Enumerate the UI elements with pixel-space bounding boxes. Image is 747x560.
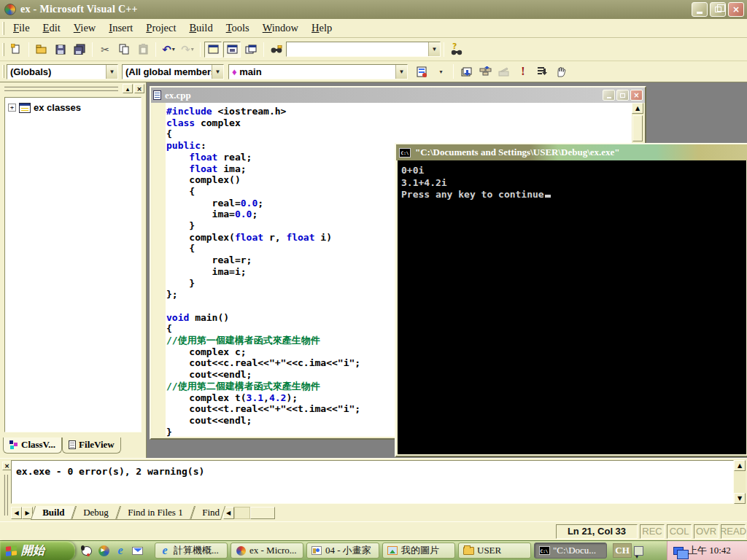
output-content[interactable]: ex.exe - 0 error(s), 2 warning(s) (11, 460, 734, 504)
taskbar-button-ie[interactable]: e計算機概... (155, 542, 228, 559)
workspace-gripper[interactable] (4, 86, 118, 91)
globals-combobox[interactable]: (Globals) ▼ (7, 64, 118, 79)
taskbar-button-label: 我的圖片 (401, 544, 439, 557)
output-scroll-down-button[interactable]: ▼ (734, 493, 746, 504)
standard-toolbar: ✂ ↶▾ ↷▾ ▼ ? (0, 38, 747, 61)
wizard-bar: (Globals) ▼ (All global members) ▼ ♦ mai… (0, 61, 747, 82)
find-in-files-icon[interactable] (268, 42, 285, 58)
editor-restore-button[interactable] (616, 90, 629, 101)
console-output[interactable]: 0+0i3.1+4.2iPress any key to continue (398, 160, 746, 454)
classes-folder-icon (19, 103, 31, 113)
output-gripper[interactable] (4, 475, 8, 516)
restore-button[interactable] (710, 2, 726, 17)
go-icon[interactable] (533, 63, 551, 79)
new-file-icon[interactable] (7, 42, 25, 58)
compile-icon[interactable] (457, 63, 475, 79)
paste-icon[interactable] (134, 42, 152, 58)
start-button[interactable]: 開始 (0, 541, 75, 560)
tree-item-ex-classes[interactable]: + ex classes (8, 102, 138, 113)
wizardbar-gripper[interactable] (2, 65, 4, 78)
system-tray: 上午 10:42 (667, 541, 747, 560)
cut-icon[interactable]: ✂ (96, 42, 114, 58)
scroll-up-button[interactable]: ▲ (632, 103, 643, 114)
taskbar-button-pictures[interactable]: 我的圖片 (382, 542, 455, 559)
taskbar-button-vc[interactable]: ex - Micro... (231, 542, 303, 559)
menu-build[interactable]: Build (182, 20, 219, 36)
open-file-icon[interactable] (33, 42, 50, 58)
menu-project[interactable]: Project (139, 20, 182, 36)
minimize-button[interactable] (692, 2, 708, 17)
workspace-pin-button[interactable]: ▴ (123, 84, 133, 93)
breakpoint-hand-icon[interactable] (552, 63, 570, 79)
members-combobox[interactable]: (All global members) ▼ (122, 64, 224, 79)
output-scroll-up-button[interactable]: ▲ (734, 460, 746, 471)
main-title-bar[interactable]: ex - Microsoft Visual C++ × (0, 0, 747, 19)
menu-edit[interactable]: Edit (36, 20, 67, 36)
taskbar-button-label: 計算機概... (174, 544, 219, 557)
workspace-toggle-icon[interactable] (204, 42, 222, 58)
selection-margin[interactable] (152, 103, 166, 437)
scroll-thumb[interactable] (632, 115, 643, 141)
function-dropdown-button[interactable]: ▼ (395, 65, 407, 79)
toolbar-gripper[interactable] (2, 43, 4, 56)
menu-file[interactable]: File (7, 20, 36, 36)
output-toggle-icon[interactable] (223, 42, 241, 58)
find-combobox[interactable]: ▼ (286, 42, 441, 57)
globals-dropdown-button[interactable]: ▼ (106, 65, 117, 79)
function-diamond-icon: ♦ (232, 66, 237, 77)
menu-help[interactable]: Help (305, 20, 338, 36)
taskbar-button-console[interactable]: C:\"C:\Docu... (534, 542, 607, 559)
media-player-icon[interactable] (97, 544, 110, 557)
taskbar-button-label: ex - Micro... (249, 545, 297, 556)
dog-character-icon[interactable] (80, 544, 93, 557)
language-indicator[interactable]: CH (613, 543, 632, 558)
workspace-close-button[interactable]: × (134, 84, 144, 93)
output-vertical-scrollbar[interactable]: ▲ ▼ (734, 460, 746, 504)
undo-icon[interactable]: ↶▾ (160, 42, 177, 58)
copy-icon[interactable] (115, 42, 133, 58)
save-icon[interactable] (52, 42, 69, 58)
menu-view[interactable]: View (67, 20, 103, 36)
clock[interactable]: 上午 10:42 (688, 544, 731, 557)
menu-tools[interactable]: Tools (220, 20, 256, 36)
editor-minimize-button[interactable] (603, 90, 615, 101)
taskbar-button-folder[interactable]: USER (458, 542, 531, 559)
classview-tree[interactable]: + ex classes (4, 97, 142, 432)
console-title-bar[interactable]: C:\ "C:\Documents and Settings\USER\Debu… (396, 144, 747, 160)
search-help-icon[interactable]: ? (448, 42, 465, 58)
menu-window[interactable]: Window (256, 20, 305, 36)
tabs-scroll-left-button[interactable]: ◀ (11, 507, 22, 519)
build-icon[interactable] (476, 63, 494, 79)
find-dropdown-button[interactable]: ▼ (428, 42, 440, 56)
redo-icon[interactable]: ↷▾ (179, 42, 196, 58)
ie-icon: e (159, 545, 171, 556)
menu-insert[interactable]: Insert (102, 20, 139, 36)
tab-debug[interactable]: Debug (71, 506, 120, 520)
console-window[interactable]: C:\ "C:\Documents and Settings\USER\Debu… (395, 143, 747, 457)
tab-find-in-files-1[interactable]: Find in Files 1 (116, 506, 195, 520)
internet-explorer-icon[interactable]: e (114, 544, 127, 557)
stop-build-icon[interactable] (495, 63, 513, 79)
close-button[interactable]: × (728, 2, 744, 17)
taskbar-button-paint[interactable]: 04 - 小畫家 (306, 542, 379, 559)
console-cursor (545, 195, 551, 198)
save-all-icon[interactable] (71, 42, 88, 58)
editor-close-button[interactable]: × (630, 90, 643, 101)
tab-classview[interactable]: ClassV... (3, 438, 62, 454)
outlook-express-icon[interactable] (131, 544, 144, 557)
tab-fileview[interactable]: FileView (62, 438, 121, 454)
menu-gripper[interactable] (2, 22, 4, 35)
wizard-actions-icon[interactable] (413, 63, 430, 79)
output-horizontal-scrollbar[interactable] (234, 507, 250, 519)
wizard-actions-dropdown-icon[interactable]: ▾ (432, 63, 449, 79)
network-tray-icon[interactable] (673, 547, 684, 555)
language-options-icon[interactable] (634, 546, 643, 556)
tab-find[interactable]: Find (190, 506, 225, 520)
tab-build[interactable]: Build (31, 506, 77, 520)
execute-program-icon[interactable]: ! (514, 63, 532, 79)
tree-expander-icon[interactable]: + (8, 104, 16, 112)
editor-title-bar[interactable]: ex.cpp × (151, 88, 645, 103)
members-dropdown-button[interactable]: ▼ (212, 65, 223, 79)
window-list-icon[interactable] (242, 42, 260, 58)
function-combobox[interactable]: ♦ main ▼ (228, 64, 408, 79)
